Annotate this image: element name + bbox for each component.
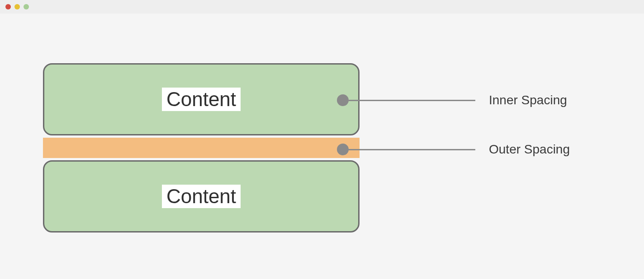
- padding-box-bottom: Content: [43, 160, 360, 232]
- inner-spacing-label: Inner Spacing: [489, 93, 567, 107]
- content-label-top: Content: [162, 88, 241, 112]
- outer-spacing-callout: Outer Spacing: [337, 142, 570, 157]
- callout-dot-icon: [337, 94, 349, 106]
- callout-dot-icon: [337, 144, 349, 155]
- padding-box-top: Content: [43, 63, 360, 135]
- margin-spacer-bar: [43, 138, 360, 158]
- window-maximize-button[interactable]: [24, 4, 29, 9]
- window-title-bar: [0, 0, 644, 14]
- window-minimize-button[interactable]: [14, 4, 20, 9]
- inner-spacing-callout: Inner Spacing: [337, 93, 567, 107]
- callout-leader-line: [349, 100, 475, 101]
- diagram-canvas: Content Content Inner Spacing Outer Spac…: [0, 14, 644, 279]
- outer-spacing-label: Outer Spacing: [489, 142, 570, 157]
- content-label-bottom: Content: [162, 185, 241, 209]
- window-close-button[interactable]: [5, 4, 11, 9]
- callout-leader-line: [349, 149, 475, 150]
